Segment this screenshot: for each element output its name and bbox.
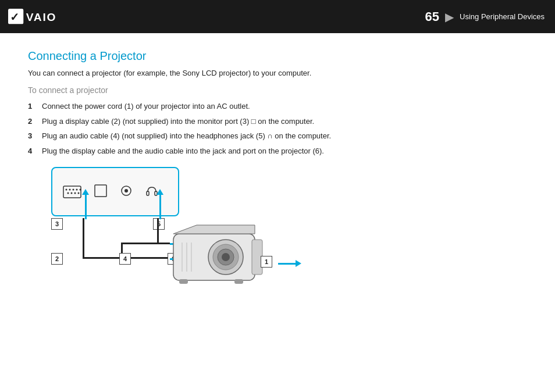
power-cord-dummy xyxy=(265,258,266,260)
page-number: 65 xyxy=(425,9,439,24)
svg-point-7 xyxy=(76,188,78,190)
label-5: 5 xyxy=(153,218,165,230)
step-4: 4 Plug the display cable and the audio c… xyxy=(28,145,527,157)
step-1-num: 1 xyxy=(28,101,42,112)
svg-rect-3 xyxy=(63,186,81,198)
arrow-shaft-audio xyxy=(159,195,161,219)
header-arrow: ▶ xyxy=(445,10,454,24)
svg-point-5 xyxy=(69,188,71,190)
svg-point-4 xyxy=(66,188,67,190)
sub-heading: To connect a projector xyxy=(28,85,527,95)
arrow-up-display xyxy=(82,189,89,219)
cable-audio-h xyxy=(121,243,170,244)
step-1: 1 Connect the power cord (1) of your pro… xyxy=(28,101,527,112)
logo-svg: ✓ VAIO xyxy=(8,9,64,25)
monitor-port-icon xyxy=(94,184,107,199)
arrow-right-power xyxy=(278,260,301,267)
step-3-num: 3 xyxy=(28,130,42,142)
arrow-up-audio xyxy=(156,189,163,219)
svg-point-6 xyxy=(73,188,74,190)
section-title: Connecting a Projector xyxy=(28,49,527,63)
step-3-text: Plug an audio cable (4) (not supplied) i… xyxy=(42,130,331,142)
label-3: 3 xyxy=(51,218,63,230)
dot-icon xyxy=(120,184,133,199)
header: ✓ VAIO 65 ▶ Using Peripheral Devices xyxy=(0,0,555,33)
svg-point-23 xyxy=(222,253,230,261)
content-area: Connecting a Projector You can connect a… xyxy=(0,33,555,307)
svg-point-8 xyxy=(80,188,81,190)
vaio-logo: ✓ VAIO xyxy=(8,9,64,25)
arrow-head-up-display xyxy=(82,189,89,195)
label-4: 4 xyxy=(119,253,131,265)
svg-rect-16 xyxy=(147,191,149,195)
arrow-shaft-h-power xyxy=(278,263,296,265)
label-1: 1 xyxy=(261,256,272,268)
step-2: 2 Plug a display cable (2) (not supplied… xyxy=(28,116,527,127)
monitor-icon xyxy=(94,184,107,197)
cable-audio-v xyxy=(157,218,159,244)
step-4-text: Plug the display cable and the audio cab… xyxy=(42,145,324,157)
svg-point-15 xyxy=(124,189,128,193)
intro-paragraph: You can connect a projector (for example… xyxy=(28,69,527,77)
svg-point-9 xyxy=(67,192,69,194)
vga-icon xyxy=(63,186,81,198)
label-2: 2 xyxy=(51,253,63,265)
header-right: 65 ▶ Using Peripheral Devices xyxy=(425,9,545,24)
header-title: Using Peripheral Devices xyxy=(460,12,545,21)
svg-rect-28 xyxy=(179,279,188,284)
step-3: 3 Plug an audio cable (4) (not supplied)… xyxy=(28,130,527,142)
step-2-num: 2 xyxy=(28,116,42,127)
step-2-text: Plug a display cable (2) (not supplied) … xyxy=(42,116,314,127)
svg-rect-13 xyxy=(95,185,106,197)
step-4-num: 4 xyxy=(28,145,42,157)
svg-marker-19 xyxy=(173,225,255,234)
svg-point-10 xyxy=(71,192,73,194)
vga-port-area xyxy=(63,186,81,198)
svg-rect-29 xyxy=(234,279,243,284)
step-1-text: Connect the power cord (1) of your proje… xyxy=(42,101,250,112)
diagram: 3 5 2 4 xyxy=(28,167,319,295)
arrow-head-up-audio xyxy=(156,189,163,195)
svg-text:VAIO: VAIO xyxy=(26,11,57,23)
circle-icon xyxy=(120,184,133,197)
svg-point-12 xyxy=(78,192,80,194)
arrow-shaft-display xyxy=(85,195,87,219)
svg-point-11 xyxy=(74,192,76,194)
arrow-head-right-power xyxy=(296,260,301,267)
cable-display-v xyxy=(83,218,84,259)
svg-text:✓: ✓ xyxy=(10,11,19,23)
steps-list: 1 Connect the power cord (1) of your pro… xyxy=(28,101,527,156)
